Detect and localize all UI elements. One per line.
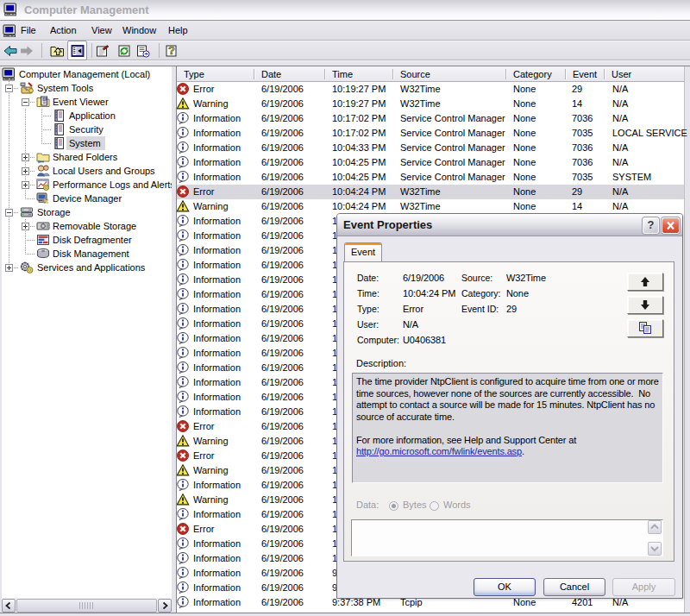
svg-text:?: ?	[168, 44, 175, 57]
